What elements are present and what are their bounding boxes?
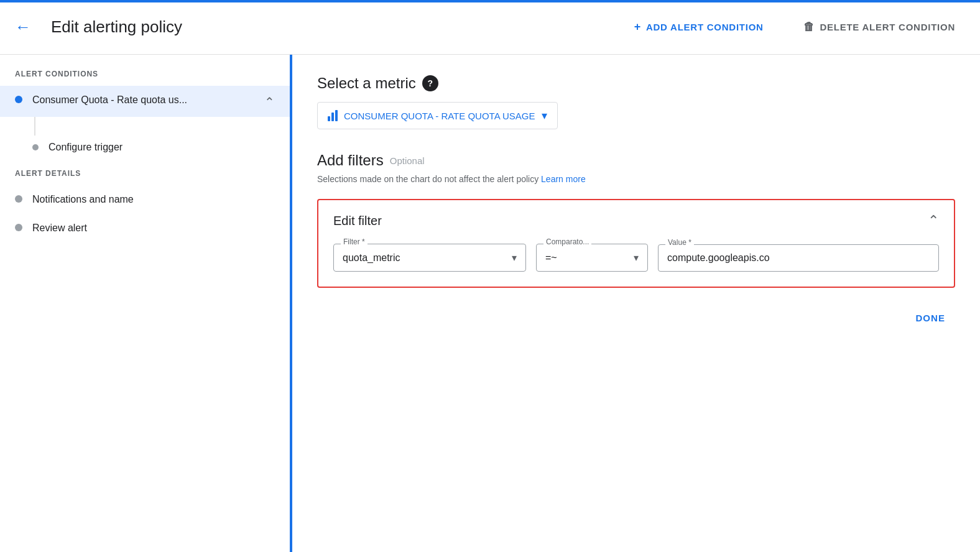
delete-alert-condition-label: DELETE ALERT CONDITION	[820, 22, 955, 32]
sidebar: ALERT CONDITIONS Consumer Quota - Rate q…	[0, 55, 292, 552]
chevron-up-icon: ⌃	[264, 94, 275, 109]
add-icon: +	[634, 21, 641, 34]
done-row: DONE	[317, 298, 955, 328]
filters-optional-label: Optional	[390, 155, 425, 166]
notifications-label: Notifications and name	[32, 193, 134, 206]
value-field-label: Value *	[665, 238, 694, 247]
filter-value: quota_metric	[343, 252, 507, 264]
header: ← Edit alerting policy + ADD ALERT CONDI…	[0, 0, 980, 55]
comparator-dropdown[interactable]: =~ ▾	[536, 244, 648, 272]
configure-trigger-label: Configure trigger	[49, 142, 122, 153]
filters-description: Selections made on the chart do not affe…	[317, 174, 955, 184]
add-alert-condition-label: ADD ALERT CONDITION	[646, 22, 764, 32]
value-field-container: Value *	[658, 244, 939, 272]
comparator-field-label: Comparato...	[543, 237, 591, 246]
select-metric-title: Select a metric	[317, 75, 416, 92]
alert-conditions-section-label: ALERT CONDITIONS	[0, 70, 290, 86]
filter-field-container: Filter * quota_metric ▾	[333, 244, 526, 272]
select-metric-section: Select a metric ?	[317, 75, 955, 92]
review-alert-label: Review alert	[32, 221, 87, 235]
sidebar-item-notifications[interactable]: Notifications and name	[0, 185, 290, 214]
metric-dropdown-label: CONSUMER QUOTA - RATE QUOTA USAGE	[344, 111, 535, 121]
edit-filter-box: Edit filter ⌃ Filter * quota_metric ▾ Co…	[317, 199, 955, 288]
collapse-icon[interactable]: ⌃	[928, 213, 939, 229]
filter-chevron-down-icon: ▾	[512, 252, 517, 264]
add-filters-section: Add filters Optional	[317, 152, 955, 169]
edit-filter-title: Edit filter	[333, 214, 382, 228]
sub-dot	[32, 144, 39, 150]
notifications-dot	[15, 195, 22, 203]
comparator-field-container: Comparato... =~ ▾	[536, 244, 648, 272]
condition-dot-active	[15, 96, 22, 103]
filter-fields: Filter * quota_metric ▾ Comparato... =~ …	[333, 244, 939, 272]
chevron-down-icon: ▾	[542, 109, 547, 122]
review-dot	[15, 224, 22, 231]
sidebar-item-review-alert[interactable]: Review alert	[0, 214, 290, 242]
sidebar-item-consumer-quota[interactable]: Consumer Quota - Rate quota us... ⌃	[0, 86, 290, 117]
main-layout: ALERT CONDITIONS Consumer Quota - Rate q…	[0, 55, 980, 552]
edit-filter-header: Edit filter ⌃	[333, 213, 939, 229]
filter-field-label: Filter *	[341, 237, 368, 246]
add-alert-condition-button[interactable]: + ADD ALERT CONDITION	[624, 16, 774, 39]
help-icon[interactable]: ?	[422, 75, 438, 91]
delete-icon: 🗑	[803, 21, 815, 34]
done-button[interactable]: DONE	[905, 308, 955, 328]
alert-details-section-label: ALERT DETAILS	[0, 169, 290, 185]
value-input[interactable]	[658, 244, 939, 272]
metric-dropdown[interactable]: CONSUMER QUOTA - RATE QUOTA USAGE ▾	[317, 102, 558, 129]
add-filters-title: Add filters	[317, 152, 384, 169]
comparator-value: =~	[545, 252, 629, 264]
back-button[interactable]: ←	[15, 17, 31, 37]
alert-details-section: ALERT DETAILS Notifications and name Rev…	[0, 169, 290, 243]
comparator-chevron-down-icon: ▾	[634, 252, 639, 264]
bar-chart-icon	[328, 110, 338, 121]
learn-more-link[interactable]: Learn more	[541, 174, 586, 184]
sidebar-item-text-consumer-quota: Consumer Quota - Rate quota us...	[32, 93, 187, 107]
filter-dropdown[interactable]: quota_metric ▾	[333, 244, 526, 272]
back-icon: ←	[15, 17, 31, 37]
main-content: Select a metric ? CONSUMER QUOTA - RATE …	[292, 55, 980, 552]
delete-alert-condition-button[interactable]: 🗑 DELETE ALERT CONDITION	[793, 16, 965, 39]
value-input-wrap: Value *	[658, 244, 939, 272]
sidebar-connector-line	[34, 117, 35, 136]
page-title: Edit alerting policy	[51, 17, 604, 37]
sidebar-item-configure-trigger[interactable]: Configure trigger	[0, 136, 290, 159]
